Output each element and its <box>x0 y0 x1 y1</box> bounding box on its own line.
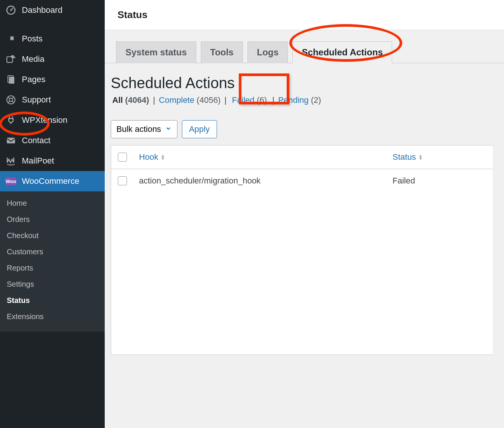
content-heading: Scheduled Actions <box>111 75 493 92</box>
sidebar-item-label: Dashboard <box>22 5 63 15</box>
row-hook: action_scheduler/migration_hook <box>134 169 387 193</box>
chevron-down-icon <box>165 124 172 134</box>
admin-sidebar: Dashboard Posts Media Pages Support WPXt… <box>0 0 105 428</box>
bulk-actions-row: Bulk actions Apply <box>111 120 493 138</box>
sidebar-item-pages[interactable]: Pages <box>0 69 105 90</box>
filter-failed[interactable]: Failed (6) <box>229 93 270 107</box>
sidebar-item-label: Pages <box>22 75 45 84</box>
row-checkbox[interactable] <box>118 176 127 185</box>
sidebar-item-wpxtension[interactable]: WPXtension <box>0 110 105 130</box>
sidebar-item-label: Support <box>22 95 51 105</box>
plug-icon <box>5 115 17 126</box>
page-title: Status <box>118 9 491 21</box>
support-icon <box>5 94 17 105</box>
sidebar-sub-reports[interactable]: Reports <box>0 260 105 276</box>
page-header: Status <box>105 0 504 30</box>
sidebar-item-label: Contact <box>22 136 50 145</box>
actions-table: Hook ▲▼ Status ▲▼ action_scheduler/migra… <box>111 145 493 355</box>
svg-rect-5 <box>9 77 14 84</box>
sidebar-item-label: WooCommerce <box>22 176 79 186</box>
svg-point-1 <box>10 9 12 11</box>
sidebar-item-posts[interactable]: Posts <box>0 29 105 49</box>
column-hook[interactable]: Hook ▲▼ <box>134 145 387 169</box>
tab-tools[interactable]: Tools <box>201 41 243 63</box>
column-status[interactable]: Status ▲▼ <box>387 145 493 169</box>
sidebar-item-label: WPXtension <box>22 115 67 125</box>
sidebar-sub-settings[interactable]: Settings <box>0 276 105 292</box>
main-content: Status System status Tools Logs Schedule… <box>105 0 504 428</box>
bulk-actions-select[interactable]: Bulk actions <box>111 120 177 138</box>
mailpoet-icon <box>5 155 17 167</box>
sidebar-sub-home[interactable]: Home <box>0 195 105 211</box>
sidebar-sub-customers[interactable]: Customers <box>0 244 105 260</box>
sidebar-sub-extensions[interactable]: Extensions <box>0 309 105 325</box>
sidebar-item-woocommerce[interactable]: Woo WooCommerce <box>0 171 105 191</box>
tab-logs[interactable]: Logs <box>247 41 288 63</box>
svg-rect-8 <box>7 138 15 143</box>
sidebar-item-mailpoet[interactable]: MailPoet <box>0 151 105 171</box>
sidebar-submenu: Home Orders Checkout Customers Reports S… <box>0 191 105 332</box>
sidebar-item-label: Media <box>22 54 44 64</box>
sidebar-item-label: MailPoet <box>22 156 54 166</box>
sidebar-item-dashboard[interactable]: Dashboard <box>0 0 105 20</box>
table-row: action_scheduler/migration_hook Failed <box>111 169 493 193</box>
sidebar-sub-status[interactable]: Status <box>0 292 105 309</box>
woocommerce-icon: Woo <box>5 176 17 187</box>
svg-point-7 <box>9 98 13 102</box>
sidebar-sub-checkout[interactable]: Checkout <box>0 228 105 244</box>
sidebar-sub-orders[interactable]: Orders <box>0 211 105 228</box>
sort-icon: ▲▼ <box>418 154 423 160</box>
row-status: Failed <box>387 169 493 193</box>
filter-all[interactable]: All (4064) <box>111 95 151 106</box>
sidebar-item-label: Posts <box>22 34 43 44</box>
pages-icon <box>5 74 17 85</box>
envelope-icon <box>5 135 17 146</box>
pin-icon <box>5 33 17 44</box>
status-filters: All (4064) | Complete (4056) | Failed (6… <box>111 93 493 107</box>
svg-point-3 <box>11 55 14 58</box>
media-icon <box>5 54 17 65</box>
tab-scheduled-actions[interactable]: Scheduled Actions <box>292 41 392 63</box>
apply-button[interactable]: Apply <box>182 120 217 138</box>
filter-complete[interactable]: Complete (4056) <box>157 95 222 106</box>
sidebar-item-support[interactable]: Support <box>0 90 105 110</box>
dashboard-icon <box>5 5 17 16</box>
filter-pending[interactable]: Pending (2) <box>277 95 323 106</box>
status-tabs: System status Tools Logs Scheduled Actio… <box>105 30 504 63</box>
select-all-checkbox[interactable] <box>118 153 127 162</box>
tab-system-status[interactable]: System status <box>116 41 196 63</box>
sidebar-item-contact[interactable]: Contact <box>0 130 105 151</box>
sort-icon: ▲▼ <box>160 154 165 160</box>
sidebar-item-media[interactable]: Media <box>0 49 105 69</box>
